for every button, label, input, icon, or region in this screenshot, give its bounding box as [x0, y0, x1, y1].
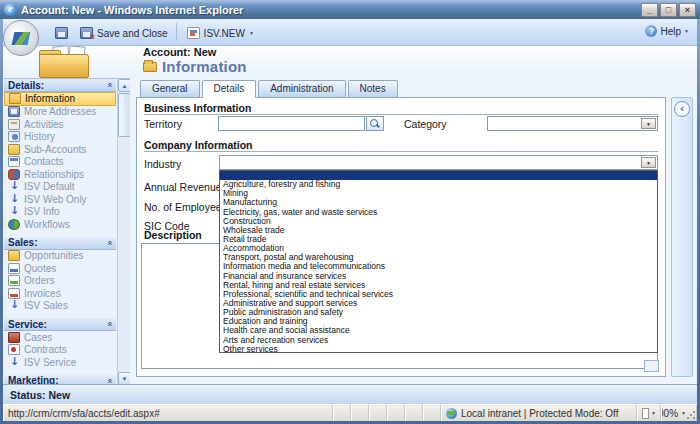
help-icon: ?: [645, 25, 657, 37]
sidebar-item[interactable]: ISV Service: [4, 356, 116, 369]
category-label: Category: [404, 118, 447, 130]
sidebar-item[interactable]: Workflows: [4, 218, 116, 231]
employees-label: No. of Employees: [144, 201, 227, 213]
cases-icon: [8, 332, 20, 343]
close-button[interactable]: ×: [679, 3, 696, 17]
industry-option[interactable]: Agriculture, forestry and fishing: [220, 180, 657, 189]
scroll-down-icon[interactable]: ▼: [118, 372, 130, 384]
industry-option[interactable]: Arts and recreation services: [220, 336, 657, 345]
scroll-up-icon[interactable]: ▲: [118, 79, 130, 92]
isv-label: ISV.NEW: [204, 28, 245, 39]
relationships-icon: [8, 169, 20, 180]
sidebar-section-marketing[interactable]: Marketing: «: [4, 375, 116, 385]
industry-option[interactable]: Retail trade: [220, 235, 657, 244]
industry-option[interactable]: Other services: [220, 345, 657, 353]
help-button[interactable]: ? Help ▼: [645, 25, 689, 37]
isv-menu-button[interactable]: ISV.NEW ▼: [181, 24, 260, 42]
industry-option[interactable]: Electricity, gas, water and waste servic…: [220, 208, 657, 217]
status-segment: [423, 405, 441, 421]
territory-input[interactable]: [218, 116, 365, 131]
page-options-button[interactable]: ▼: [637, 405, 661, 421]
sidebar-item-label: Workflows: [24, 219, 70, 230]
collapse-icon[interactable]: «: [104, 82, 114, 87]
tab-label: Details: [214, 83, 245, 94]
sidebar-item-label: More Addresses: [24, 106, 96, 117]
save-and-close-button[interactable]: Save and Close: [74, 24, 174, 42]
tab[interactable]: Administration: [258, 80, 345, 97]
industry-option[interactable]: Wholesale trade: [220, 226, 657, 235]
sidebar-item[interactable]: ISV Info: [4, 206, 116, 219]
chevron-down-icon: ▼: [249, 30, 254, 36]
industry-select[interactable]: ▼: [219, 155, 658, 170]
orders-icon: [8, 275, 20, 286]
industry-dropdown-list: Agriculture, forestry and fishingMiningM…: [219, 170, 658, 353]
sidebar-item[interactable]: Invoices: [4, 287, 116, 300]
save-and-close-icon: [80, 27, 93, 39]
sidebar-item[interactable]: Contracts: [4, 344, 116, 357]
sidebar-item-label: Activities: [24, 119, 63, 130]
sidebar-item[interactable]: History: [4, 131, 116, 144]
sidebar-scrollbar[interactable]: ▲ ▼: [117, 79, 130, 384]
sidebar-item[interactable]: Quotes: [4, 262, 116, 275]
maximize-button[interactable]: □: [660, 3, 677, 17]
section-title: Service:: [8, 319, 47, 330]
window-title: Account: New - Windows Internet Explorer: [21, 4, 641, 16]
form-assistant-strip: ‹: [671, 97, 693, 377]
sidebar-item[interactable]: Opportunities: [4, 250, 116, 263]
expand-form-assistant-button[interactable]: ‹: [674, 101, 690, 117]
record-status-bar: Status: New: [3, 384, 697, 404]
sidebar-section-details[interactable]: Details: «: [4, 79, 116, 92]
sidebar-item[interactable]: Cases: [4, 331, 116, 344]
status-segment: [369, 405, 387, 421]
status-segment: [333, 405, 351, 421]
activities-icon: [8, 119, 20, 130]
tab[interactable]: General: [140, 80, 200, 97]
address-book-icon: [8, 106, 20, 117]
tab-label: General: [152, 83, 188, 94]
sidebar-section-service[interactable]: Service: «: [4, 318, 116, 331]
sidebar-item[interactable]: ISV Default: [4, 181, 116, 194]
sidebar-item[interactable]: Information: [4, 92, 116, 106]
territory-lookup-button[interactable]: [366, 116, 384, 131]
tab[interactable]: Details: [202, 80, 257, 98]
collapse-icon[interactable]: «: [104, 321, 114, 326]
collapse-icon[interactable]: «: [104, 378, 114, 383]
section-title: Sales:: [8, 237, 37, 248]
minimize-button[interactable]: _: [641, 3, 658, 17]
sidebar-item[interactable]: Activities: [4, 118, 116, 131]
isv-arrow-icon: [8, 206, 20, 217]
industry-option-label: Other services: [223, 344, 278, 353]
sidebar-item[interactable]: Relationships: [4, 168, 116, 181]
chevron-down-icon[interactable]: ▼: [641, 118, 656, 129]
toolbar-separator: [176, 23, 177, 41]
sidebar-item[interactable]: Sub-Accounts: [4, 143, 116, 156]
sidebar-item[interactable]: More Addresses: [4, 106, 116, 119]
details-form-panel: Business Information Territory Category …: [136, 97, 666, 377]
sidebar-item-label: Contacts: [24, 156, 63, 167]
page-icon: [642, 408, 649, 419]
resize-grip[interactable]: [686, 410, 696, 420]
section-business-information: Business Information: [144, 102, 251, 114]
dynamics-flag: [12, 32, 31, 45]
sidebar-item-label: ISV Web Only: [24, 194, 87, 205]
category-select[interactable]: ▼: [487, 116, 658, 131]
sidebar-section-sales[interactable]: Sales: «: [4, 237, 116, 250]
save-button[interactable]: [49, 24, 74, 42]
isv-arrow-icon: [8, 357, 20, 368]
collapse-icon[interactable]: «: [104, 240, 114, 245]
industry-option[interactable]: Construction: [220, 217, 657, 226]
sidebar-item[interactable]: ISV Sales: [4, 300, 116, 313]
tab-strip: GeneralDetailsAdministrationNotes: [140, 80, 398, 97]
sidebar-item-label: Contracts: [24, 344, 67, 355]
sidebar-item[interactable]: Contacts: [4, 156, 116, 169]
tab[interactable]: Notes: [348, 80, 398, 97]
page-title: Information: [162, 58, 247, 75]
description-corner-button[interactable]: [644, 360, 659, 372]
chevron-down-icon[interactable]: ▼: [641, 157, 656, 168]
industry-option[interactable]: Mining: [220, 189, 657, 198]
scrollbar-thumb[interactable]: [118, 93, 130, 137]
security-zone-indicator: Local intranet | Protected Mode: Off: [441, 405, 637, 421]
record-title: Account: New: [143, 46, 216, 58]
sidebar-item[interactable]: Orders: [4, 275, 116, 288]
sidebar-item[interactable]: ISV Web Only: [4, 193, 116, 206]
